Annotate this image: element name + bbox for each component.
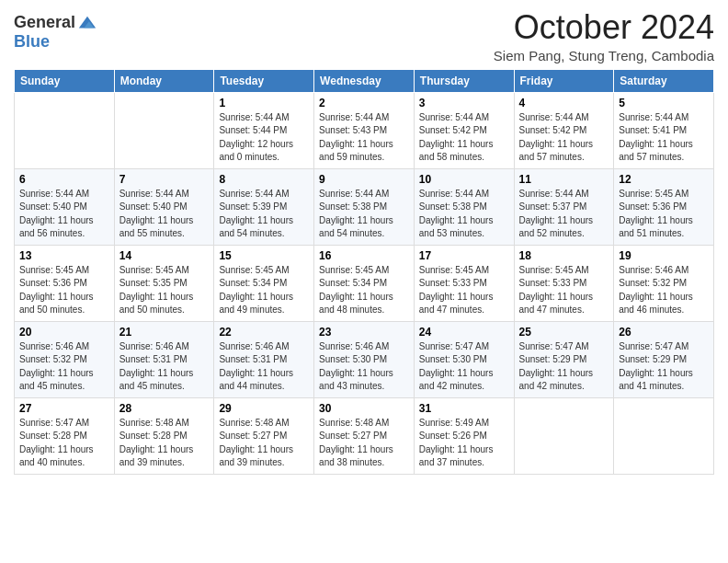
day-number: 23 — [319, 326, 409, 339]
day-number: 17 — [419, 249, 509, 262]
col-sunday: Sunday — [15, 69, 115, 92]
table-cell: 15Sunrise: 5:45 AMSunset: 5:34 PMDayligh… — [214, 245, 314, 321]
table-cell: 31Sunrise: 5:49 AMSunset: 5:26 PMDayligh… — [414, 397, 514, 474]
day-number: 25 — [519, 326, 609, 339]
day-info: Sunrise: 5:46 AMSunset: 5:31 PMDaylight:… — [219, 340, 309, 394]
day-info: Sunrise: 5:44 AMSunset: 5:39 PMDaylight:… — [219, 188, 309, 241]
table-cell: 30Sunrise: 5:48 AMSunset: 5:27 PMDayligh… — [314, 397, 415, 474]
day-info: Sunrise: 5:44 AMSunset: 5:37 PMDaylight:… — [519, 188, 609, 241]
week-row-2: 6Sunrise: 5:44 AMSunset: 5:40 PMDaylight… — [15, 168, 714, 245]
day-info: Sunrise: 5:47 AMSunset: 5:29 PMDaylight:… — [619, 340, 709, 394]
table-cell: 3Sunrise: 5:44 AMSunset: 5:42 PMDaylight… — [414, 92, 514, 168]
day-info: Sunrise: 5:49 AMSunset: 5:26 PMDaylight:… — [419, 417, 509, 470]
day-number: 3 — [419, 97, 509, 109]
day-number: 20 — [19, 326, 109, 339]
week-row-3: 13Sunrise: 5:45 AMSunset: 5:36 PMDayligh… — [15, 245, 714, 321]
week-row-1: 1Sunrise: 5:44 AMSunset: 5:44 PMDaylight… — [15, 92, 714, 168]
day-info: Sunrise: 5:48 AMSunset: 5:27 PMDaylight:… — [319, 417, 409, 470]
day-info: Sunrise: 5:44 AMSunset: 5:38 PMDaylight:… — [419, 188, 509, 241]
day-info: Sunrise: 5:44 AMSunset: 5:42 PMDaylight:… — [419, 111, 509, 165]
table-cell: 9Sunrise: 5:44 AMSunset: 5:38 PMDaylight… — [314, 168, 415, 245]
logo-general-text: General — [14, 14, 75, 32]
table-cell: 18Sunrise: 5:45 AMSunset: 5:33 PMDayligh… — [514, 245, 614, 321]
day-info: Sunrise: 5:44 AMSunset: 5:42 PMDaylight:… — [519, 111, 609, 165]
title-block: October 2024 Siem Pang, Stung Treng, Cam… — [494, 9, 714, 63]
table-cell: 5Sunrise: 5:44 AMSunset: 5:41 PMDaylight… — [614, 92, 714, 168]
table-cell: 28Sunrise: 5:48 AMSunset: 5:28 PMDayligh… — [114, 397, 214, 474]
day-number: 5 — [619, 97, 709, 109]
table-cell: 24Sunrise: 5:47 AMSunset: 5:30 PMDayligh… — [414, 321, 514, 397]
col-wednesday: Wednesday — [314, 69, 415, 92]
table-cell — [614, 397, 714, 474]
day-info: Sunrise: 5:44 AMSunset: 5:40 PMDaylight:… — [119, 188, 210, 241]
day-number: 31 — [419, 402, 509, 415]
day-number: 26 — [619, 326, 709, 339]
day-number: 27 — [19, 402, 109, 415]
table-cell: 29Sunrise: 5:48 AMSunset: 5:27 PMDayligh… — [214, 397, 314, 474]
day-info: Sunrise: 5:45 AMSunset: 5:35 PMDaylight:… — [119, 264, 210, 317]
day-info: Sunrise: 5:44 AMSunset: 5:41 PMDaylight:… — [619, 111, 709, 165]
table-cell: 12Sunrise: 5:45 AMSunset: 5:36 PMDayligh… — [614, 168, 714, 245]
day-number: 1 — [219, 97, 309, 109]
table-cell: 1Sunrise: 5:44 AMSunset: 5:44 PMDaylight… — [214, 92, 314, 168]
week-row-4: 20Sunrise: 5:46 AMSunset: 5:32 PMDayligh… — [15, 321, 714, 397]
table-cell: 16Sunrise: 5:45 AMSunset: 5:34 PMDayligh… — [314, 245, 415, 321]
logo-blue-text: Blue — [14, 32, 50, 51]
table-cell: 22Sunrise: 5:46 AMSunset: 5:31 PMDayligh… — [214, 321, 314, 397]
table-cell: 11Sunrise: 5:44 AMSunset: 5:37 PMDayligh… — [514, 168, 614, 245]
col-friday: Friday — [514, 69, 614, 92]
day-info: Sunrise: 5:45 AMSunset: 5:34 PMDaylight:… — [219, 264, 309, 317]
day-info: Sunrise: 5:46 AMSunset: 5:32 PMDaylight:… — [619, 264, 709, 317]
day-info: Sunrise: 5:45 AMSunset: 5:33 PMDaylight:… — [519, 264, 609, 317]
table-cell: 13Sunrise: 5:45 AMSunset: 5:36 PMDayligh… — [15, 245, 115, 321]
day-info: Sunrise: 5:46 AMSunset: 5:32 PMDaylight:… — [19, 340, 109, 394]
day-number: 29 — [219, 402, 309, 415]
table-cell: 2Sunrise: 5:44 AMSunset: 5:43 PMDaylight… — [314, 92, 415, 168]
day-number: 28 — [119, 402, 210, 415]
day-info: Sunrise: 5:47 AMSunset: 5:30 PMDaylight:… — [419, 340, 509, 394]
day-info: Sunrise: 5:45 AMSunset: 5:36 PMDaylight:… — [19, 264, 109, 317]
day-info: Sunrise: 5:46 AMSunset: 5:31 PMDaylight:… — [119, 340, 210, 394]
day-number: 2 — [319, 97, 409, 109]
day-info: Sunrise: 5:44 AMSunset: 5:38 PMDaylight:… — [319, 188, 409, 241]
table-cell: 7Sunrise: 5:44 AMSunset: 5:40 PMDaylight… — [114, 168, 214, 245]
day-info: Sunrise: 5:45 AMSunset: 5:33 PMDaylight:… — [419, 264, 509, 317]
col-monday: Monday — [114, 69, 214, 92]
table-cell: 8Sunrise: 5:44 AMSunset: 5:39 PMDaylight… — [214, 168, 314, 245]
day-number: 24 — [419, 326, 509, 339]
day-number: 7 — [119, 173, 210, 186]
calendar-header-row: Sunday Monday Tuesday Wednesday Thursday… — [15, 69, 714, 92]
day-info: Sunrise: 5:44 AMSunset: 5:43 PMDaylight:… — [319, 111, 409, 165]
day-info: Sunrise: 5:47 AMSunset: 5:29 PMDaylight:… — [519, 340, 609, 394]
day-number: 18 — [519, 249, 609, 262]
day-info: Sunrise: 5:44 AMSunset: 5:40 PMDaylight:… — [19, 188, 109, 241]
table-cell: 25Sunrise: 5:47 AMSunset: 5:29 PMDayligh… — [514, 321, 614, 397]
day-number: 16 — [319, 249, 409, 262]
table-cell: 17Sunrise: 5:45 AMSunset: 5:33 PMDayligh… — [414, 245, 514, 321]
day-number: 13 — [19, 249, 109, 262]
table-cell: 23Sunrise: 5:46 AMSunset: 5:30 PMDayligh… — [314, 321, 415, 397]
logo: General Blue — [14, 13, 97, 52]
table-cell: 14Sunrise: 5:45 AMSunset: 5:35 PMDayligh… — [114, 245, 214, 321]
table-cell — [514, 397, 614, 474]
day-number: 14 — [119, 249, 210, 262]
col-tuesday: Tuesday — [214, 69, 314, 92]
day-info: Sunrise: 5:44 AMSunset: 5:44 PMDaylight:… — [219, 111, 309, 165]
day-number: 15 — [219, 249, 309, 262]
col-saturday: Saturday — [614, 69, 714, 92]
table-cell: 26Sunrise: 5:47 AMSunset: 5:29 PMDayligh… — [614, 321, 714, 397]
calendar-table: Sunday Monday Tuesday Wednesday Thursday… — [14, 69, 714, 475]
day-number: 10 — [419, 173, 509, 186]
day-number: 6 — [19, 173, 109, 186]
week-row-5: 27Sunrise: 5:47 AMSunset: 5:28 PMDayligh… — [15, 397, 714, 474]
day-number: 21 — [119, 326, 210, 339]
day-number: 9 — [319, 173, 409, 186]
table-cell: 6Sunrise: 5:44 AMSunset: 5:40 PMDaylight… — [15, 168, 115, 245]
day-number: 12 — [619, 173, 709, 186]
day-number: 8 — [219, 173, 309, 186]
table-cell — [114, 92, 214, 168]
day-info: Sunrise: 5:48 AMSunset: 5:27 PMDaylight:… — [219, 417, 309, 470]
calendar-title: October 2024 — [494, 9, 714, 46]
table-cell: 27Sunrise: 5:47 AMSunset: 5:28 PMDayligh… — [15, 397, 115, 474]
page: General Blue October 2024 Siem Pang, Stu… — [0, 0, 728, 563]
